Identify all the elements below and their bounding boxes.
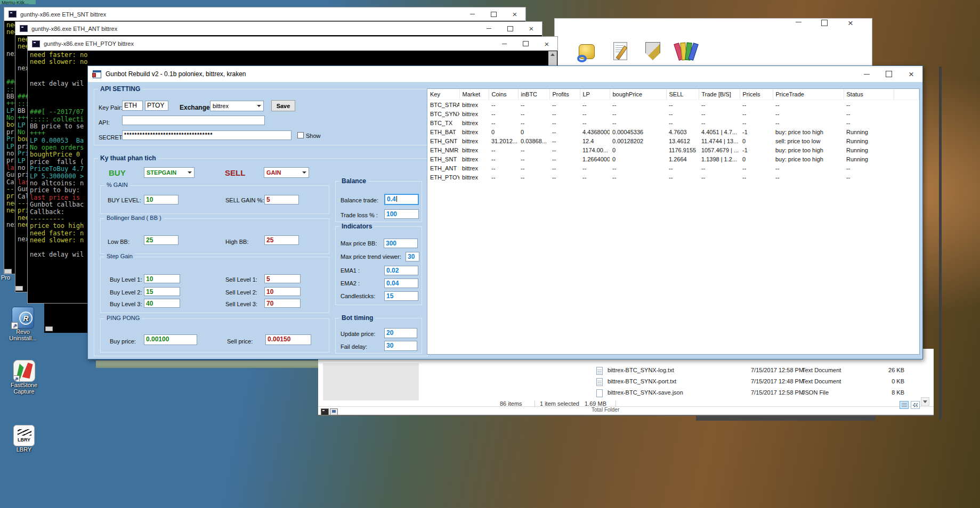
table-row[interactable]: BTC_TXbittrex-------------------- [427,118,919,127]
file-row[interactable]: bittrex-BTC_SYNX-save.json7/15/2017 12:5… [592,389,933,400]
column-header[interactable]: Status [844,89,894,100]
secret-input[interactable]: ********************************** [122,130,291,140]
console-scrollbar-up[interactable] [548,51,557,65]
column-header[interactable]: Market [459,89,489,100]
maximize-button[interactable] [515,37,536,51]
buy-level-3-input[interactable]: 40 [144,299,180,308]
memu-window-fragment[interactable]: Memu-Kitk... [0,0,36,4]
max-price-trend-viewer-input[interactable]: 30 [406,252,419,261]
taskbar-icon-cmd[interactable] [321,408,329,415]
sell-price-input[interactable]: 0.00150 [265,334,311,345]
maximize-button[interactable] [483,7,504,21]
column-header[interactable]: Profits [549,89,580,100]
sell-level-2-input[interactable]: 10 [264,287,301,296]
column-header[interactable]: inBTC [518,89,549,100]
rainbow-fan-icon[interactable] [675,41,695,62]
table-row[interactable]: ETH_NMRbittrex------1174.00...01176.9155… [427,145,919,154]
table-cell: ETH_NMR [427,145,459,154]
close-button[interactable] [504,7,525,21]
gunbot-title-bar[interactable]: Gunbot Rebuild v2 - 0.1b poloniex, bittr… [88,66,922,82]
desktop-icon-revo[interactable]: R Revo Uninstall... [6,307,39,341]
explorer-pane[interactable] [323,363,419,400]
high-bb-input[interactable]: 25 [264,235,299,245]
table-row[interactable]: ETH_PTOYbittrex-------------------- [427,173,919,182]
console-title-bar[interactable]: gunthy-x86.exe ETH_SNT bittrex [4,7,525,21]
minimize-button[interactable] [493,37,515,51]
column-header[interactable]: boughPrice [610,89,666,100]
details-view-button[interactable] [900,401,909,409]
sell-level-1-input[interactable]: 5 [264,274,301,283]
maximize-button[interactable] [821,20,828,26]
minimize-button[interactable] [796,22,801,22]
taskbar-icon-monitor[interactable] [330,408,338,415]
revo-icon: R [12,307,34,329]
column-header[interactable]: PriceTrade [773,89,844,100]
table-row[interactable]: ETH_SNTbittrex------1.266400001.26641.13… [427,154,919,163]
table-row[interactable]: ETH_GNTbittrex31.2012...0.03868...--12.4… [427,136,919,145]
close-button[interactable] [536,37,557,51]
column-header[interactable]: SELL [666,89,699,100]
buy-level-input[interactable]: 10 [144,195,179,204]
key-pair-base-input[interactable]: ETH [122,101,143,111]
column-header[interactable]: LP [580,89,610,100]
sell-level-3-input[interactable]: 70 [264,299,301,308]
candlesticks-input[interactable]: 15 [384,291,418,301]
console-hscroll-fragment[interactable] [4,269,12,274]
max-price-bb-input[interactable]: 300 [384,239,418,248]
update-price-input[interactable]: 20 [384,328,417,338]
column-header[interactable]: Pricels [740,89,773,100]
gold-coin-stack-icon[interactable] [577,41,597,62]
column-header[interactable]: Coins [489,89,518,100]
save-button[interactable]: Save [271,100,295,111]
table-cell: 4.4051 | 4.7... [699,127,740,136]
trade-loss-input[interactable]: 100 [384,209,419,219]
table-row[interactable]: BTC_STRATbittrex-------------------- [427,100,919,110]
table-cell: -- [489,118,518,127]
table-row[interactable]: ETH_ANTbittrex-------------------- [427,163,919,173]
buy-level-1-input[interactable]: 10 [144,274,180,283]
console-hscroll-fragment[interactable] [15,286,23,291]
scrollbar-down-arrow[interactable] [921,397,929,406]
console-title-bar[interactable]: gunthy-x86.exe ETH_ANT bittrex [15,22,542,35]
table-cell: sell: price too low [773,136,844,145]
sell-strategy-select[interactable]: GAIN [264,167,309,178]
shield-icon[interactable] [643,41,663,62]
buy-level-2-input[interactable]: 15 [144,287,180,296]
fail-delay-input[interactable]: 30 [384,341,417,351]
thumbnails-view-button[interactable] [911,401,920,409]
maximize-button[interactable] [878,66,900,82]
minimize-button[interactable] [855,66,878,82]
low-bb-input[interactable]: 25 [144,235,179,245]
desktop-icon-lbry[interactable]: LBRY LBRY [9,425,39,453]
show-checkbox[interactable] [297,132,304,138]
table-row[interactable]: ETH_BATbittrex00--4.43680000.000453364.7… [427,127,919,136]
file-row[interactable]: bittrex-BTC_SYNX-port.txt7/15/2017 12:48… [592,378,933,389]
table-cell: -- [773,109,844,118]
console-hscroll-fragment[interactable] [45,326,53,331]
column-header[interactable]: Key [427,89,459,100]
desktop-icon-faststone[interactable]: FastStone Capture [7,360,41,395]
table-row[interactable]: BTC_SYNXbittrex-------------------- [427,109,919,118]
console-title-bar[interactable]: gunthy-x86.exe ETH_PTOY bittrex [28,37,557,51]
maximize-button[interactable] [499,22,521,35]
api-key-input[interactable] [122,116,265,125]
ema2-input[interactable]: 0.04 [384,278,418,288]
ema1-input[interactable]: 0.02 [384,266,418,275]
column-header[interactable]: Trade [B/S] [699,89,740,100]
close-button[interactable] [900,66,922,82]
balance-trade-input[interactable]: 0.4 [384,194,419,205]
buy-strategy-select[interactable]: STEPGAIN [144,167,195,178]
key-pair-quote-input[interactable]: PTOY [145,101,168,111]
minimize-button[interactable] [461,7,483,21]
close-button[interactable] [521,22,542,35]
scrollbar-fragment[interactable] [696,416,876,421]
desktop-icon-label-pro[interactable]: Pro [1,274,10,281]
sell-gain-input[interactable]: 5 [264,195,299,204]
close-button[interactable] [848,19,853,28]
buy-strategy-value: STEPGAIN [147,169,176,176]
file-row[interactable]: bittrex-BTC_SYNX-log.txt7/15/2017 12:58 … [592,366,933,378]
exchange-select[interactable]: bittrex [210,101,264,111]
notepad-pencil-icon[interactable] [611,41,631,62]
minimize-button[interactable] [478,22,499,35]
buy-price-input[interactable]: 0.00100 [144,334,197,345]
